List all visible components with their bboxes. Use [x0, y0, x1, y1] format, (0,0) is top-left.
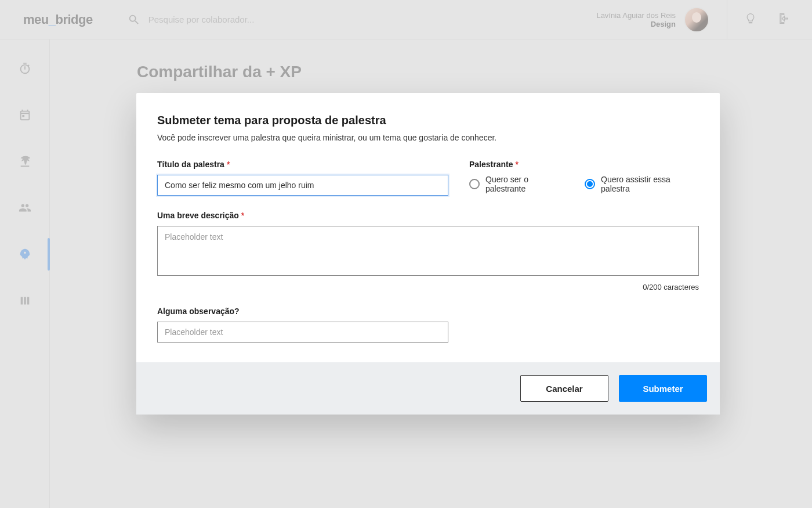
field-speaker: Palestrante* Quero ser o palestrante Que…: [469, 160, 699, 196]
modal-footer: Cancelar Submeter: [136, 362, 720, 415]
title-label: Título da palestra*: [157, 160, 448, 169]
required-mark: *: [227, 160, 230, 169]
radio-icon: [585, 179, 595, 189]
row-title-speaker: Título da palestra* Palestrante* Quero s…: [157, 160, 699, 196]
required-mark: *: [515, 160, 518, 169]
radio-watcher[interactable]: Quero assistir essa palestra: [585, 175, 699, 193]
obs-input[interactable]: [157, 322, 448, 343]
radio-presenter[interactable]: Quero ser o palestrante: [469, 175, 568, 193]
field-observation: Alguma observação?: [157, 307, 448, 343]
submit-button[interactable]: Submeter: [619, 375, 707, 402]
desc-textarea[interactable]: [157, 226, 699, 276]
submit-talk-modal: Submeter tema para proposta de palestra …: [136, 93, 720, 415]
cancel-button[interactable]: Cancelar: [520, 375, 608, 402]
radio-presenter-label: Quero ser o palestrante: [485, 175, 568, 193]
speaker-radio-group: Quero ser o palestrante Quero assistir e…: [469, 175, 699, 193]
desc-char-counter: 0/200 caracteres: [157, 283, 699, 291]
obs-label: Alguma observação?: [157, 307, 448, 316]
radio-dot-icon: [587, 181, 593, 187]
modal-title: Submeter tema para proposta de palestra: [157, 114, 699, 127]
desc-label: Uma breve descrição*: [157, 211, 699, 220]
radio-watcher-label: Quero assistir essa palestra: [601, 175, 699, 193]
speaker-label: Palestrante*: [469, 160, 699, 169]
desc-label-text: Uma breve descrição: [157, 211, 239, 220]
required-mark: *: [241, 211, 244, 220]
field-description: Uma breve descrição* 0/200 caracteres: [157, 211, 699, 291]
modal-body: Submeter tema para proposta de palestra …: [136, 93, 720, 362]
modal-subtitle: Você pode inscrever uma palestra que que…: [157, 133, 699, 142]
speaker-label-text: Palestrante: [469, 160, 513, 169]
radio-icon: [469, 179, 480, 189]
field-title: Título da palestra*: [157, 160, 448, 196]
title-input[interactable]: [157, 175, 448, 196]
title-label-text: Título da palestra: [157, 160, 224, 169]
